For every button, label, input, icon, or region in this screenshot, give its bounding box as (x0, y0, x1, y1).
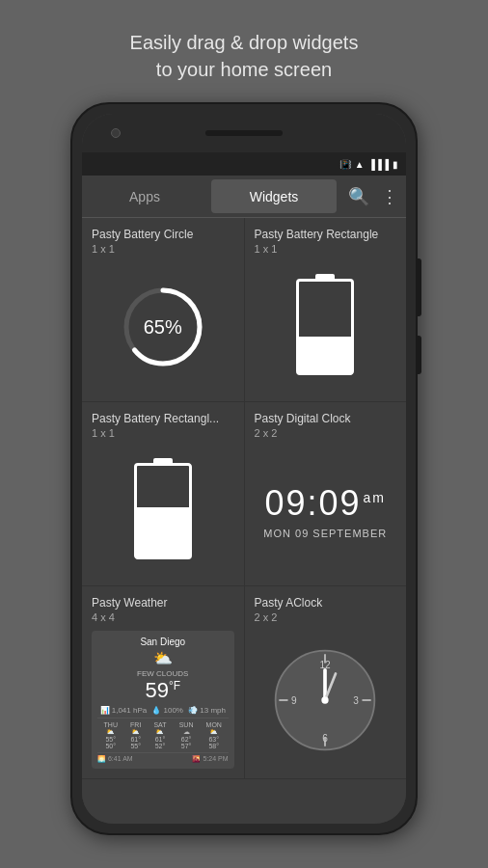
status-icons: 📳 ▲ ▐▐▐ ▮ (339, 159, 398, 170)
sunset-time: 🌇 5:24 PM (192, 755, 228, 763)
humidity-icon: 💧 100% (151, 706, 183, 715)
widget-cell-aclock[interactable]: Pasty AClock 2 x 2 (245, 586, 407, 778)
svg-point-13 (322, 696, 329, 703)
widget-size-digital-clock: 2 x 2 (255, 427, 397, 439)
widget-row-1: Pasty Battery Circle 1 x 1 65% Past (82, 218, 406, 402)
speaker (205, 130, 283, 136)
forecast-fri: FRI⛅61°55° (130, 721, 141, 749)
widgets-grid: Pasty Battery Circle 1 x 1 65% Past (82, 218, 406, 824)
battery-icon: ▮ (393, 159, 398, 170)
widget-size-battery-rect2: 1 x 1 (92, 427, 234, 439)
signal-icon: ▐▐▐ (368, 159, 389, 170)
battery-fill (299, 337, 351, 373)
clock-date: MON 09 SEPTEMBER (263, 528, 387, 539)
widget-preview-battery-rect (255, 262, 397, 392)
camera-icon (111, 128, 121, 138)
widget-preview-digital-clock: 09:09am MON 09 SEPTEMBER (255, 447, 397, 576)
clock-time: 09:09am (263, 483, 387, 524)
analog-clock-widget: 12 3 6 9 (272, 647, 378, 753)
more-icon[interactable]: ⋮ (381, 186, 398, 207)
widget-size-battery-circle: 1 x 1 (92, 243, 234, 255)
widget-row-3: Pasty Weather 4 x 4 San Diego ⛅ FEW CLOU… (82, 586, 406, 779)
widget-preview-battery-rect2 (92, 447, 234, 576)
pressure-icon: 📊 1,041 hPa (100, 706, 148, 715)
widget-preview-aclock: 12 3 6 9 (255, 631, 397, 769)
vibrate-icon: 📳 (339, 159, 351, 170)
svg-text:9: 9 (291, 695, 297, 706)
weather-city: San Diego (97, 637, 229, 647)
weather-cloud-icon: ⛅ (97, 649, 229, 667)
battery-rect-widget (296, 279, 354, 375)
battery-fill2 (137, 507, 189, 557)
tab-apps[interactable]: Apps (82, 176, 207, 217)
weather-details: 📊 1,041 hPa 💧 100% 💨 13 mph (97, 706, 229, 715)
search-icon[interactable]: 🔍 (348, 186, 369, 207)
battery-percent-text: 65% (144, 316, 182, 339)
widget-title-battery-rect2: Pasty Battery Rectangl... (92, 412, 234, 425)
widget-cell-weather[interactable]: Pasty Weather 4 x 4 San Diego ⛅ FEW CLOU… (82, 586, 245, 778)
widget-cell-battery-rect[interactable]: Pasty Battery Rectangle 1 x 1 (245, 218, 407, 401)
sunrise-time: 🌅 6:41 AM (97, 755, 133, 763)
weather-widget: San Diego ⛅ FEW CLOUDS 59°F 📊 1,041 hPa … (92, 631, 234, 769)
widget-preview-battery-circle: 65% (92, 262, 234, 392)
widget-title-aclock: Pasty AClock (255, 596, 397, 610)
tab-bar: Apps Widgets 🔍 ⋮ (82, 176, 406, 218)
weather-condition: FEW CLOUDS (97, 669, 229, 678)
svg-text:3: 3 (354, 695, 360, 706)
header-line1: Easily drag & drop widgets to your home … (130, 29, 359, 83)
wifi-icon: ▲ (355, 159, 365, 170)
widget-title-battery-rect: Pasty Battery Rectangle (255, 228, 397, 241)
phone-frame: 📳 ▲ ▐▐▐ ▮ Apps Widgets 🔍 ⋮ (70, 102, 418, 835)
phone-screen: 📳 ▲ ▐▐▐ ▮ Apps Widgets 🔍 ⋮ (82, 114, 406, 824)
digital-clock-widget: 09:09am MON 09 SEPTEMBER (263, 483, 387, 539)
tab-actions: 🔍 ⋮ (340, 186, 406, 207)
weather-forecast: THU⛅55°50° FRI⛅61°55° SAT⛅61°52° SUN☁62°… (97, 718, 229, 749)
forecast-mon: MON⛅63°58° (206, 721, 222, 749)
widget-cell-battery-circle[interactable]: Pasty Battery Circle 1 x 1 65% (82, 218, 245, 401)
tab-widgets[interactable]: Widgets (211, 179, 337, 213)
wind-icon: 💨 13 mph (188, 706, 226, 715)
widget-size-weather: 4 x 4 (92, 611, 234, 623)
widget-preview-weather: San Diego ⛅ FEW CLOUDS 59°F 📊 1,041 hPa … (92, 631, 234, 769)
widget-title-battery-circle: Pasty Battery Circle (92, 228, 234, 241)
widget-row-2: Pasty Battery Rectangl... 1 x 1 Pasty Di… (82, 402, 406, 586)
widget-size-battery-rect: 1 x 1 (255, 243, 397, 255)
weather-bottom: 🌅 6:41 AM 🌇 5:24 PM (97, 752, 229, 763)
svg-text:6: 6 (322, 733, 328, 744)
widget-cell-battery-rect2[interactable]: Pasty Battery Rectangl... 1 x 1 (82, 402, 245, 585)
widget-cell-digital-clock[interactable]: Pasty Digital Clock 2 x 2 09:09am MON 09… (245, 402, 407, 585)
widget-title-weather: Pasty Weather (92, 596, 234, 610)
clock-ampm: am (364, 490, 386, 505)
widget-title-digital-clock: Pasty Digital Clock (255, 412, 397, 425)
forecast-sat: SAT⛅61°52° (153, 721, 166, 749)
battery-circle-widget: 65% (120, 284, 206, 370)
weather-temperature: 59°F (97, 678, 229, 703)
widget-size-aclock: 2 x 2 (255, 611, 397, 623)
battery-rect2-widget (134, 463, 192, 559)
forecast-sun: SUN☁62°57° (179, 721, 194, 749)
status-bar: 📳 ▲ ▐▐▐ ▮ (82, 152, 406, 176)
forecast-thu: THU⛅55°50° (104, 721, 118, 749)
phone-top-bar (82, 114, 406, 152)
